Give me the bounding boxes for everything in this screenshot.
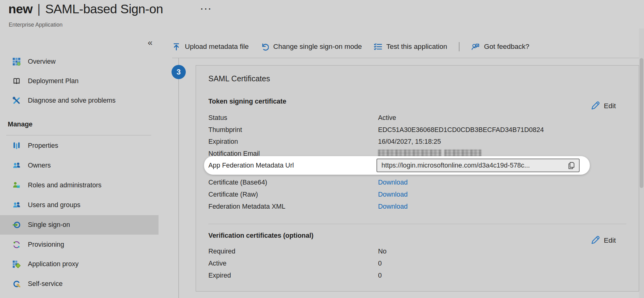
sidebar-item-label: Properties (28, 142, 58, 150)
sidebar-item-label: Owners (28, 162, 51, 169)
toolbar-item-label: Change single sign-on mode (273, 43, 362, 51)
row-value: 0 (378, 272, 626, 279)
row-value: 0 (378, 260, 626, 267)
row-value: Active (378, 114, 626, 122)
sidebar-item-application-proxy[interactable]: Application proxy (0, 254, 159, 274)
got-feedback-button[interactable]: Got feedback? (471, 43, 529, 51)
sidebar-item-label: Application proxy (28, 260, 79, 268)
row-label: App Federation Metadata Url (208, 162, 294, 169)
sidebar-item-label: Self-service (28, 280, 63, 288)
scrollbar-thumb[interactable] (640, 58, 643, 188)
toolbar-item-label: Test this application (386, 43, 447, 51)
edit-verification-certificates-button[interactable]: Edit (590, 235, 616, 245)
row-value: No (378, 248, 626, 255)
metadata-url-input[interactable] (376, 159, 580, 172)
edit-button-label: Edit (604, 236, 616, 245)
sidebar-item-label: Diagnose and solve problems (28, 97, 115, 104)
row-label: Certificate (Raw) (208, 191, 378, 198)
collapse-menu-icon[interactable]: « (148, 38, 153, 48)
active-row: Active 0 (208, 258, 626, 270)
expired-row: Expired 0 (208, 270, 626, 282)
sidebar-item-single-sign-on[interactable]: Single sign-on (0, 215, 159, 235)
pencil-icon (590, 100, 600, 110)
sidebar-item-users-groups[interactable]: Users and groups (0, 195, 159, 215)
upload-icon (172, 43, 181, 51)
row-label: Required (208, 248, 378, 255)
sidebar-item-deployment-plan[interactable]: Deployment Plan (0, 71, 159, 91)
tools-icon (12, 96, 21, 105)
status-row: Status Active (208, 112, 626, 124)
row-label: Active (208, 260, 378, 267)
single-sign-on-icon (12, 221, 21, 229)
required-row: Required No (208, 245, 626, 258)
app-proxy-icon (12, 260, 21, 268)
sidebar-item-owners[interactable]: Owners (0, 156, 159, 175)
step-timeline (178, 58, 179, 298)
download-xml-link[interactable]: Download (378, 203, 408, 210)
upload-metadata-button[interactable]: Upload metadata file (172, 43, 249, 51)
scrollbar-track[interactable] (639, 28, 644, 298)
people-icon (12, 201, 21, 209)
toolbar-item-label: Got feedback? (484, 43, 529, 51)
toolbar-divider (172, 58, 644, 58)
step-3-badge: 3 (172, 65, 186, 79)
sidebar-item-provisioning[interactable]: Provisioning (0, 235, 159, 254)
overview-icon (12, 57, 21, 66)
row-label: Expiration (208, 138, 378, 146)
toolbar-separator (459, 42, 459, 51)
expiration-row: Expiration 16/04/2027, 15:18:25 (208, 136, 626, 148)
provisioning-icon (12, 241, 21, 249)
sidebar-item-label: Provisioning (28, 241, 64, 249)
sidebar-item-properties[interactable]: Properties (0, 136, 159, 155)
sidebar-item-label: Deployment Plan (28, 77, 79, 85)
download-base64-link[interactable]: Download (378, 179, 408, 186)
role-person-icon (12, 181, 21, 189)
copy-icon[interactable] (567, 161, 575, 170)
feedback-person-icon (471, 43, 480, 51)
test-application-button[interactable]: Test this application (374, 43, 447, 51)
edit-button-label: Edit (604, 102, 616, 110)
saml-sso-blade: new|SAML-based Sign-on ··· Enterprise Ap… (0, 0, 644, 298)
checklist-icon (374, 43, 382, 51)
command-bar: Upload metadata file Change single sign-… (172, 40, 529, 54)
sidebar-item-diagnose[interactable]: Diagnose and solve problems (0, 91, 159, 110)
row-label: Expired (208, 272, 378, 279)
row-value: 16/04/2027, 15:18:25 (378, 138, 626, 146)
sidebar-item-label: Single sign-on (28, 221, 70, 229)
sidebar-divider (6, 135, 151, 135)
row-label: Thumbprint (208, 126, 378, 134)
saml-certificates-card: SAML Certificates Token signing certific… (196, 65, 639, 292)
sidebar-item-label: Overview (28, 58, 56, 66)
certificate-base64-row: Certificate (Base64) Download (208, 177, 626, 189)
thumbprint-row: Thumbprint EDC51A30E36068ED1CD0CDB3BECFA… (208, 124, 626, 136)
sidebar-item-roles[interactable]: Roles and administrators (0, 176, 159, 195)
book-icon (12, 77, 21, 85)
edit-token-certificate-button[interactable]: Edit (590, 100, 616, 110)
row-value: EDC51A30E36068ED1CD0CDB3BECFAD34B71D0824 (378, 126, 626, 134)
toolbar-item-label: Upload metadata file (185, 43, 249, 51)
undo-arrow-icon (260, 43, 269, 51)
card-title: SAML Certificates (208, 74, 270, 83)
self-service-key-icon (12, 280, 21, 288)
app-federation-metadata-url-row-highlight: App Federation Metadata Url (204, 156, 590, 175)
people-icon (12, 161, 21, 170)
sidebar-item-self-service[interactable]: Self-service (0, 274, 159, 294)
row-label: Status (208, 114, 378, 122)
token-signing-certificate-heading: Token signing certificate (208, 98, 286, 105)
change-sso-mode-button[interactable]: Change single sign-on mode (260, 43, 362, 51)
more-menu-icon[interactable]: ··· (201, 4, 212, 14)
federation-metadata-xml-row: Federation Metadata XML Download (208, 201, 626, 213)
verification-certificates-heading: Verification certificates (optional) (208, 232, 313, 240)
sidebar-item-overview[interactable]: Overview (0, 52, 159, 71)
pencil-icon (590, 235, 600, 245)
sidebar: Overview Deployment Plan Diagnose and so… (0, 0, 159, 298)
sidebar-item-label: Users and groups (28, 201, 80, 209)
download-raw-link[interactable]: Download (378, 191, 408, 198)
row-label: Federation Metadata XML (208, 203, 378, 211)
section-divider (208, 224, 626, 224)
sidebar-item-label: Roles and administrators (28, 181, 102, 189)
sidebar-section-manage: Manage (8, 121, 33, 128)
properties-icon (12, 142, 21, 150)
certificate-raw-row: Certificate (Raw) Download (208, 189, 626, 201)
row-label: Certificate (Base64) (208, 179, 378, 186)
